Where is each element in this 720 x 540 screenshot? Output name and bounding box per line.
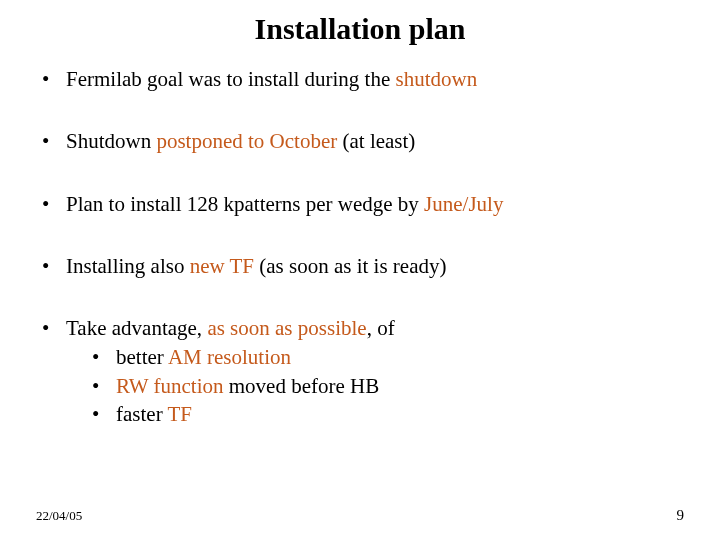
highlight-text: RW function — [116, 374, 224, 398]
text: Fermilab goal was to install during the — [66, 67, 396, 91]
slide-title: Installation plan — [36, 12, 684, 46]
bullet-item-1: Fermilab goal was to install during the … — [40, 66, 684, 92]
highlight-text: postponed to October — [156, 129, 337, 153]
text: , of — [367, 316, 395, 340]
text: Take advantage, — [66, 316, 207, 340]
text: Shutdown — [66, 129, 156, 153]
sub-bullet-2: RW function moved before HB — [90, 372, 684, 400]
slide: Installation plan Fermilab goal was to i… — [0, 0, 720, 540]
highlight-text: as soon as possible — [207, 316, 366, 340]
text: better — [116, 345, 168, 369]
text: Plan to install 128 kpatterns per wedge … — [66, 192, 424, 216]
bullet-item-3: Plan to install 128 kpatterns per wedge … — [40, 191, 684, 217]
footer-date: 22/04/05 — [36, 508, 82, 524]
bullet-item-4: Installing also new TF (as soon as it is… — [40, 253, 684, 279]
sub-bullet-1: better AM resolution — [90, 343, 684, 371]
sub-bullet-list: better AM resolution RW function moved b… — [66, 343, 684, 428]
bullet-item-5: Take advantage, as soon as possible, of … — [40, 315, 684, 428]
footer: 22/04/05 9 — [36, 507, 684, 524]
highlight-text: shutdown — [396, 67, 478, 91]
highlight-text: TF — [168, 402, 193, 426]
highlight-text: new TF — [190, 254, 254, 278]
page-number: 9 — [677, 507, 685, 524]
text: (at least) — [337, 129, 415, 153]
text: (as soon as it is ready) — [254, 254, 446, 278]
highlight-text: June/July — [424, 192, 503, 216]
bullet-list: Fermilab goal was to install during the … — [36, 66, 684, 428]
bullet-item-2: Shutdown postponed to October (at least) — [40, 128, 684, 154]
text: Installing also — [66, 254, 190, 278]
sub-bullet-3: faster TF — [90, 400, 684, 428]
text: faster — [116, 402, 168, 426]
text: moved before HB — [224, 374, 380, 398]
highlight-text: AM resolution — [168, 345, 291, 369]
